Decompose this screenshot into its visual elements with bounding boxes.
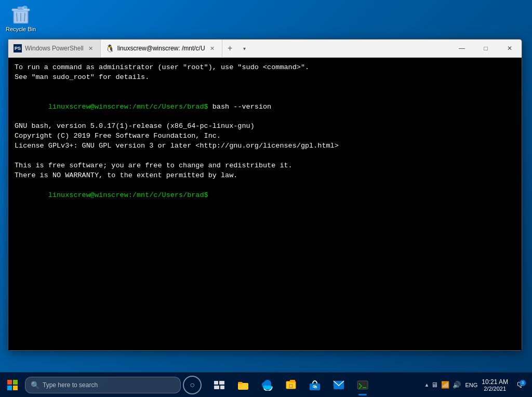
recycle-bin-label: Recycle Bin [6, 26, 36, 32]
notification-button[interactable]: 🗨 3 [512, 373, 528, 398]
file-manager-icon: ⬚ [285, 379, 297, 391]
svg-rect-7 [7, 380, 12, 385]
taskbar: 🔍 Type here to search ○ [0, 372, 532, 397]
terminal-window: PS Windows PowerShell ✕ 🐧 linuxscrew@win… [8, 39, 522, 351]
svg-line-5 [24, 13, 25, 21]
svg-text:🛍: 🛍 [313, 385, 317, 389]
terminal-taskbar-button[interactable] [351, 374, 374, 396]
svg-rect-9 [7, 386, 12, 390]
term-prompt-1: linuxscrew@winscrew:/mnt/c/Users/brad$ [48, 103, 208, 111]
tray-icon-2[interactable]: 📶 [441, 381, 449, 389]
tab-dropdown-button[interactable]: ▾ [238, 39, 251, 57]
term-line-5: Copyright (C) 2019 Free Software Foundat… [15, 131, 515, 141]
tray-icons: 🖥 📶 🔊 [431, 381, 461, 389]
minimize-button[interactable]: — [450, 39, 474, 57]
search-placeholder-text: Type here to search [43, 381, 98, 389]
svg-rect-13 [214, 386, 219, 389]
svg-rect-18 [290, 380, 295, 382]
term-line-9: linuxscrew@winscrew:/mnt/c/Users/brad$ [15, 181, 515, 210]
taskbar-apps: ⬚ 🛍 [208, 374, 374, 396]
edge-icon [261, 379, 273, 391]
language-indicator[interactable]: ENG [465, 382, 477, 388]
store-button[interactable]: 🛍 [303, 374, 326, 396]
svg-rect-11 [214, 381, 218, 385]
tray-icon-3[interactable]: 🔊 [453, 381, 461, 389]
system-tray: ▲ 🖥 📶 🔊 ENG 10:21 AM 2/2/2021 🗨 3 [424, 373, 532, 398]
add-tab-button[interactable]: + [222, 39, 238, 57]
term-line-4: GNU bash, version 5.0.17(1)-release (x86… [15, 122, 515, 131]
tab-ps-label: Windows PowerShell [25, 45, 84, 52]
tab-linux[interactable]: 🐧 linuxscrew@winscrew: /mnt/c/U ✕ [101, 39, 222, 57]
search-bar[interactable]: 🔍 Type here to search [25, 377, 181, 393]
maximize-button[interactable]: □ [474, 39, 498, 57]
cortana-button[interactable]: ○ [183, 376, 202, 394]
taskview-icon [214, 381, 224, 389]
windows-icon [7, 380, 18, 390]
svg-rect-8 [13, 380, 18, 385]
term-line-1: To run a command as administrator (user … [15, 63, 515, 73]
term-cmd-1: bash --version [208, 103, 272, 111]
clock[interactable]: 10:21 AM 2/2/2021 [480, 378, 510, 392]
cortana-icon: ○ [190, 380, 195, 390]
clock-date: 2/2/2021 [484, 386, 506, 392]
term-line-8: There is NO WARRANTY, to the extent perm… [15, 171, 515, 181]
clock-time: 10:21 AM [482, 378, 508, 386]
notification-icon: 🗨 3 [516, 381, 524, 389]
svg-text:⬚: ⬚ [289, 383, 293, 388]
terminal-taskbar-icon [357, 380, 368, 390]
term-line-3: linuxscrew@winscrew:/mnt/c/Users/brad$ b… [15, 92, 515, 122]
svg-rect-16 [238, 382, 243, 384]
file-explorer-button[interactable] [232, 374, 255, 396]
term-blank-2 [15, 151, 515, 161]
term-cursor [208, 191, 212, 199]
tab-ps-close[interactable]: ✕ [87, 44, 95, 52]
tab-powershell[interactable]: PS Windows PowerShell ✕ [8, 39, 101, 57]
file-explorer-icon [237, 380, 249, 390]
svg-rect-14 [220, 386, 224, 389]
term-blank-1 [15, 83, 515, 92]
svg-rect-12 [219, 381, 224, 385]
term-line-6: License GPLv3+: GNU GPL version 3 or lat… [15, 141, 515, 151]
powershell-icon: PS [14, 44, 22, 52]
notification-badge: 3 [520, 380, 526, 386]
start-button[interactable] [0, 373, 25, 398]
tray-expand-button[interactable]: ▲ [424, 382, 430, 388]
search-icon: 🔍 [31, 381, 39, 389]
svg-line-3 [17, 13, 17, 21]
terminal-content[interactable]: To run a command as administrator (user … [8, 58, 522, 350]
tab-linux-close[interactable]: ✕ [208, 44, 217, 52]
recycle-bin-graphic [10, 4, 31, 25]
term-prompt-2: linuxscrew@winscrew:/mnt/c/Users/brad$ [48, 191, 208, 199]
tab-linux-label: linuxscrew@winscrew: /mnt/c/U [117, 45, 205, 52]
svg-point-6 [22, 6, 28, 10]
store-icon: 🛍 [309, 379, 321, 391]
mail-icon [333, 380, 344, 390]
file-manager-button[interactable]: ⬚ [280, 374, 302, 396]
tray-icon-1[interactable]: 🖥 [431, 381, 438, 389]
desktop: Recycle Bin PS Windows PowerShell ✕ 🐧 li… [0, 0, 532, 397]
term-line-2: See "man sudo_root" for details. [15, 73, 515, 83]
tabs-container: PS Windows PowerShell ✕ 🐧 linuxscrew@win… [8, 39, 450, 57]
mail-button[interactable] [327, 374, 350, 396]
title-bar: PS Windows PowerShell ✕ 🐧 linuxscrew@win… [8, 39, 522, 58]
term-line-7: This is free software; you are free to c… [15, 161, 515, 171]
close-button[interactable]: ✕ [498, 39, 522, 57]
svg-rect-10 [13, 386, 18, 390]
recycle-bin-icon[interactable]: Recycle Bin [5, 4, 36, 32]
linux-icon: 🐧 [106, 44, 114, 52]
taskview-button[interactable] [208, 374, 231, 396]
edge-button[interactable] [256, 374, 278, 396]
window-controls: — □ ✕ [450, 39, 522, 57]
